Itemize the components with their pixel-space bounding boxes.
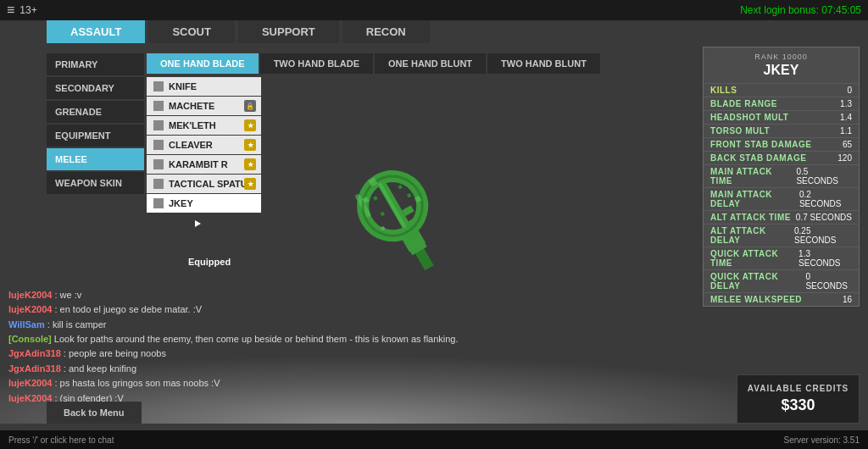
tab-scout[interactable]: SCOUT [148,20,235,43]
category-panel: PRIMARY SECONDARY GRENADE EQUIPMENT MELE… [47,53,144,196]
tab-one-hand-blunt[interactable]: ONE HAND BLUNT [375,53,486,74]
weapon-cleaver-icon [153,140,164,150]
credits-value: $330 [746,396,850,414]
weapon-type-tabs: ONE HAND BLADE TWO HAND BLADE ONE HAND B… [147,53,600,74]
credits-label: AVAILABLE CREDITS [746,384,850,393]
tab-recon[interactable]: RECON [342,20,430,43]
class-tabs: ASSAULT SCOUT SUPPORT RECON [47,20,430,43]
jkey-3d-model [304,104,492,310]
topbar: ≡ 13+ Next login bonus: 07:45:05 [0,0,868,20]
weapon-list: KNIFE MACHETE 🔒 MEK'LETH ★ CLEAVER ★ KAR… [147,77,261,213]
player-level: 13+ [19,4,36,16]
back-to-menu-button[interactable]: Back to Menu [47,402,142,424]
tab-support[interactable]: SUPPORT [238,20,339,43]
cat-primary[interactable]: PRIMARY [47,53,144,75]
weapon-machete-icon [153,101,164,111]
weapon-mekleth-icon [153,120,164,130]
stats-player-name: JKEY [704,63,859,83]
chat-line-7: lujeK2004 : ps hasta los gringos son mas… [8,377,483,390]
gold-icon-karambit: ★ [244,158,256,170]
stat-kills: KILLS 0 [704,83,859,97]
chat-line-4: [Console] Look for paths around the enem… [8,333,483,346]
stat-blade-range: BLADE RANGE 1.3 [704,97,859,110]
stat-main-attack-delay: MAIN ATTACK DELAY 0.2 SECONDS [704,187,859,210]
weapon-tactical-spatu[interactable]: TACTICAL SPATU ★ [147,175,261,193]
gold-icon-tactical: ★ [244,178,256,190]
tab-one-hand-blade[interactable]: ONE HAND BLADE [147,53,259,74]
weapon-karambit-r[interactable]: KARAMBIT R ★ [147,155,261,174]
stat-front-stab: FRONT STAB DAMAGE 65 [704,137,859,151]
weapon-knife[interactable]: KNIFE [147,77,261,96]
stat-main-attack-time: MAIN ATTACK TIME 0.5 SECONDS [704,164,859,187]
login-bonus: Next login bonus: 07:45:05 [740,4,861,16]
stats-rank: RANK 10000 [704,47,859,63]
lock-icon: 🔒 [244,100,256,112]
chat-line-6: JgxAdin318 : and keep knifing [8,363,483,375]
weapon-machete[interactable]: MACHETE 🔒 [147,97,261,115]
gold-icon-mekleth: ★ [244,119,256,131]
weapon-mekleth[interactable]: MEK'LETH ★ [147,116,261,135]
svg-rect-14 [373,196,377,200]
stat-alt-attack-time: ALT ATTACK TIME 0.7 SECONDS [704,210,859,224]
stat-torso-mult: TORSO MULT 1.1 [704,124,859,137]
cat-melee[interactable]: MELEE [47,148,144,170]
topbar-left: ≡ 13+ [7,3,37,18]
gold-icon-cleaver: ★ [244,139,256,151]
cat-grenade[interactable]: GRENADE [47,101,144,123]
chat-line-5: JgxAdin318 : people are being noobs [8,347,483,360]
credits-panel: AVAILABLE CREDITS $330 [737,374,860,424]
svg-rect-17 [407,193,411,197]
chat-line-3: WillSam : kill is camper [8,319,483,331]
menu-icon[interactable]: ≡ [7,3,14,18]
chat-area: lujeK2004 : we :v lujeK2004 : en todo el… [8,289,483,407]
weapon-jkey-icon [153,198,164,208]
chat-hint[interactable]: Press '/' or click here to chat [8,435,114,445]
svg-rect-16 [380,212,384,216]
cat-weapon-skin[interactable]: WEAPON SKIN [47,172,144,194]
stat-quick-attack-time: QUICK ATTACK TIME 1.3 SECONDS [704,247,859,269]
cursor-arrow [195,220,201,227]
server-version: Server version: 3.51 [784,435,860,445]
equipped-badge: Equipped [180,252,264,271]
weapon-jkey[interactable]: JKEY [147,194,261,213]
svg-rect-15 [398,185,402,189]
cursor-indicator [195,220,201,227]
stat-quick-attack-delay: QUICK ATTACK DELAY 0 SECONDS [704,269,859,292]
stat-alt-attack-delay: ALT ATTACK DELAY 0.25 SECONDS [704,224,859,247]
weapon-karambit-icon [153,159,164,169]
cat-secondary[interactable]: SECONDARY [47,77,144,99]
weapon-tactical-icon [153,179,164,189]
svg-rect-8 [378,182,406,228]
weapon-preview [314,102,483,313]
chat-line-2: lujeK2004 : en todo el juego se debe mat… [8,303,483,316]
cat-equipment[interactable]: EQUIPMENT [47,125,144,147]
stat-headshot-mult: HEADSHOT MULT 1.4 [704,110,859,124]
tab-assault[interactable]: ASSAULT [47,20,145,43]
chat-line-1: lujeK2004 : we :v [8,289,483,302]
stat-back-stab: BACK STAB DAMAGE 120 [704,151,859,164]
tab-two-hand-blade[interactable]: TWO HAND BLADE [260,53,373,74]
weapon-knife-icon [153,81,164,91]
bottombar: Press '/' or click here to chat Server v… [0,430,868,449]
stats-panel: RANK 10000 JKEY KILLS 0 BLADE RANGE 1.3 … [703,47,860,307]
weapon-cleaver[interactable]: CLEAVER ★ [147,136,261,154]
tab-two-hand-blunt[interactable]: TWO HAND BLUNT [487,53,600,74]
stat-melee-walkspeed: MELEE WALKSPEED 16 [704,292,859,306]
